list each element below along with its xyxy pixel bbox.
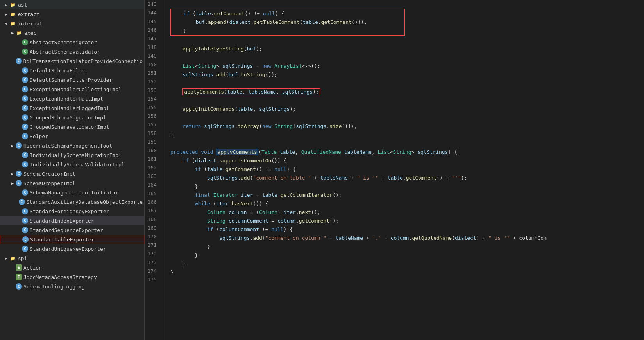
sidebar-item-SchemaCreatorImpl[interactable]: ▶ C SchemaCreatorImpl (0, 169, 144, 178)
code-line-148: applyTableTypeString(buf); (170, 45, 644, 53)
line-num-165: 165 (145, 189, 160, 198)
code-line-173: } (170, 260, 644, 268)
sidebar-item-label: ExceptionHandlerLoggedImpl (30, 105, 109, 111)
line-num-168: 168 (145, 215, 160, 224)
sidebar-item-StandardSequenceExporter[interactable]: C StandardSequenceExporter (0, 225, 144, 235)
arrow-icon: ▶ (3, 3, 9, 7)
line-num-175: 175 (145, 275, 160, 284)
line-num-144: 144 (145, 9, 160, 17)
sidebar-item-SchemaDropperImpl[interactable]: ▶ C SchemaDropperImpl (0, 178, 144, 188)
line-num-147: 147 (145, 34, 160, 43)
sidebar-item-label: StandardTableExporter (30, 237, 94, 243)
sidebar-item-GroupedSchemaMigratorImpl[interactable]: C GroupedSchemaMigratorImpl (0, 113, 144, 122)
sidebar-item-GroupedSchemaValidatorImpl[interactable]: C GroupedSchemaValidatorImpl (0, 122, 144, 131)
line-num-163: 163 (145, 172, 160, 181)
sidebar-item-label: GroupedSchemaMigratorImpl (30, 115, 106, 121)
line-num-159: 159 (145, 138, 160, 146)
sidebar-item-label: ExceptionHandlerCollectingImpl (30, 86, 122, 92)
class-icon: C (22, 218, 28, 224)
sidebar-item-label: ast (18, 2, 27, 8)
sidebar-item-exec[interactable]: ▶ 📁 exec (0, 28, 144, 38)
code-line-146: } (171, 27, 404, 35)
sidebar-item-label: StandardIndexExporter (30, 218, 94, 224)
sidebar-item-IndividuallySchemaValidatorImpl[interactable]: C IndividuallySchemaValidatorImpl (0, 160, 144, 169)
sidebar-item-label: StandardForeignKeyExporter (30, 209, 109, 214)
sidebar-item-label: exec (24, 30, 36, 36)
line-num-155: 155 (145, 103, 160, 112)
sidebar-item-SchemaManagementToolInitiator[interactable]: C SchemaManagementToolInitiator (0, 188, 144, 197)
sidebar-item-JdbcMetadaAccessStrategy[interactable]: E JdbcMetadaAccessStrategy (0, 272, 144, 282)
sidebar-item-StandardTableExporter[interactable]: C StandardTableExporter (0, 235, 144, 244)
class-icon: E (16, 274, 22, 280)
sidebar-item-Helper[interactable]: C Helper (0, 131, 144, 141)
sidebar-item-label: SchemaDropperImpl (23, 180, 75, 186)
class-icon: C (16, 142, 22, 149)
code-line-168: String columnComment = column.getComment… (170, 217, 644, 225)
sidebar-item-DefaultSchemaFilter[interactable]: C DefaultSchemaFilter (0, 66, 144, 75)
arrow-icon: ▶ (9, 172, 16, 176)
folder-icon: 📁 (9, 20, 16, 27)
line-num-171: 171 (145, 241, 160, 250)
sidebar-item-DdlTransactionIsolator[interactable]: C DdlTransactionIsolatorProvidedConnecti… (0, 56, 144, 66)
arrow-icon: ▶ (3, 256, 9, 261)
line-num-167: 167 (145, 207, 160, 215)
sidebar-item-ExceptionHandlerCollectingImpl[interactable]: C ExceptionHandlerCollectingImpl (0, 85, 144, 94)
sidebar-item-ExceptionHandlerLoggedImpl[interactable]: C ExceptionHandlerLoggedImpl (0, 103, 144, 113)
sidebar-item-label: SchemaManagementToolInitiator (30, 190, 118, 196)
sidebar-item-label: JdbcMetadaAccessStrategy (23, 274, 97, 280)
sidebar-item-AbstractSchemaValidator[interactable]: C AbstractSchemaValidator (0, 47, 144, 56)
line-num-143: 143 (145, 0, 160, 9)
sidebar-item-ast[interactable]: ▶ 📁 ast (0, 0, 144, 9)
sidebar-item-StandardUniqueKeyExporter[interactable]: C StandardUniqueKeyExporter (0, 244, 144, 254)
code-line-161: if (dialect.supportsCommentOn()) { (170, 157, 644, 165)
code-lines: if (table.getComment() != null) { buf.ap… (164, 0, 644, 340)
code-line-150: List<String> sqlStrings = new ArrayList<… (170, 62, 644, 70)
class-icon: C (22, 236, 29, 243)
line-num-162: 162 (145, 164, 160, 172)
code-line-157: return sqlStrings.toArray(new String[sql… (170, 122, 644, 131)
sidebar-item-label: spi (18, 255, 27, 261)
sidebar-item-spi[interactable]: ▶ 📁 spi (0, 254, 144, 263)
line-num-151: 151 (145, 69, 160, 77)
class-icon: C (22, 208, 28, 214)
code-line-162: if (table.getComment() != null) { (170, 165, 644, 174)
sidebar-item-internal[interactable]: ▼ 📁 internal (0, 19, 144, 28)
class-icon: C (22, 246, 28, 252)
folder-icon: 📁 (9, 11, 16, 18)
sidebar-item-StandardAuxiliaryDatabaseObjectExporter[interactable]: C StandardAuxiliaryDatabaseObjectExporte (0, 197, 144, 207)
sidebar-item-extract[interactable]: ▶ 📁 extract (0, 9, 144, 19)
code-line-158: } (170, 131, 644, 139)
sidebar-item-HibernateSchemaManagementTool[interactable]: ▶ C HibernateSchemaManagementTool (0, 141, 144, 150)
sidebar-item-StandardForeignKeyExporter[interactable]: C StandardForeignKeyExporter (0, 207, 144, 216)
line-num-169: 169 (145, 224, 160, 232)
line-num-170: 170 (145, 232, 160, 241)
sidebar-item-StandardIndexExporter[interactable]: C StandardIndexExporter (0, 216, 144, 225)
code-line-164: } (170, 182, 644, 191)
file-tree-sidebar: ▶ 📁 ast ▶ 📁 extract ▼ 📁 internal ▶ 📁 exe… (0, 0, 145, 340)
sidebar-item-Action[interactable]: E Action (0, 263, 144, 272)
arrow-icon: ▼ (3, 22, 9, 26)
sidebar-item-IndividuallySchemaMigratorImpl[interactable]: C IndividuallySchemaMigratorImpl (0, 150, 144, 160)
code-line-170: sqlStrings.add("comment on column " + ta… (170, 234, 644, 243)
code-line-151: sqlStrings.add(buf.toString()); (170, 70, 644, 79)
sidebar-item-label: Helper (30, 133, 48, 139)
sidebar-item-SchemaToolingLogging[interactable]: C SchemaToolingLogging (0, 282, 144, 291)
class-icon: C (22, 124, 28, 130)
class-icon: C (22, 161, 28, 167)
line-num-161: 161 (145, 155, 160, 164)
line-num-145: 145 (145, 17, 160, 26)
sidebar-item-label: SchemaCreatorImpl (23, 171, 75, 177)
sidebar-item-label: AbstractSchemaValidator (30, 49, 100, 55)
code-line-153: applyComments(table, tableName, sqlStrin… (170, 88, 644, 96)
folder-icon: 📁 (16, 29, 23, 36)
class-icon: C (22, 95, 28, 102)
sidebar-item-DefaultSchemaFilterProvider[interactable]: C DefaultSchemaFilterProvider (0, 75, 144, 85)
code-line-163: sqlStrings.add("comment on table " + tab… (170, 174, 644, 182)
sidebar-item-ExceptionHandlerHaltImpl[interactable]: C ExceptionHandlerHaltImpl (0, 94, 144, 103)
code-line-147 (170, 36, 644, 45)
class-icon: C (22, 67, 28, 74)
sidebar-item-AbstractSchemaMigrator[interactable]: C AbstractSchemaMigrator (0, 38, 144, 47)
code-line-172: } (170, 251, 644, 260)
code-editor: 143 144 145 146 147 148 149 150 151 152 … (145, 0, 644, 340)
code-line-156 (170, 113, 644, 122)
